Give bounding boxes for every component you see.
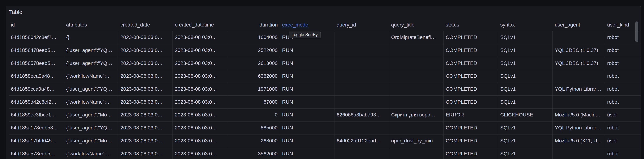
cell-query_title (389, 83, 444, 96)
cell-exec_mode: RUN (280, 147, 334, 159)
cell-syntax: SQLv1 (498, 31, 552, 44)
table-row: 64d1858eca9a48…{"workflowName":…2023-08-… (9, 70, 641, 83)
cell-duration: 6382000 (227, 70, 280, 83)
cell-id: 64d1859d42c8ef2… (9, 96, 64, 108)
cell-user_agent (552, 96, 605, 108)
cell-created_date: 2023-08-08 03:0… (118, 96, 173, 108)
cell-created_date: 2023-08-08 03:0… (118, 44, 173, 57)
cell-created_date: 2023-08-08 03:0… (118, 109, 173, 121)
cell-exec_mode: RUN (280, 135, 334, 147)
cell-query_id (334, 70, 389, 83)
cell-exec_mode: RUN (280, 96, 334, 108)
cell-attributes: {"user_agent":"YQ… (64, 44, 118, 57)
cell-status: COMPLETED (444, 31, 498, 44)
cell-status: ERROR (444, 109, 498, 121)
cell-user_agent (552, 70, 605, 83)
cell-duration: 0 (227, 109, 280, 121)
cell-duration: 1971000 (227, 83, 280, 96)
panel-title[interactable]: Table (9, 9, 22, 15)
cell-created_datetime: 2023-08-08 03:0… (173, 70, 227, 83)
cell-status: COMPLETED (444, 96, 498, 108)
cell-status: COMPLETED (444, 135, 498, 147)
cell-exec_mode: RUN (280, 83, 334, 96)
cell-user_agent: Mozilla/5.0 (Macin… (552, 109, 605, 121)
cell-exec_mode: RUN (280, 109, 334, 121)
cell-created_datetime: 2023-08-08 03:0… (173, 96, 227, 108)
column-header-user_agent[interactable]: user_agent (552, 19, 605, 31)
cell-created_datetime: 2023-08-08 03:0… (173, 147, 227, 159)
cell-user_agent (552, 31, 605, 44)
cell-id: 64d1858578eeb5… (9, 57, 64, 70)
column-header-id[interactable]: id (9, 19, 64, 31)
cell-user_kind: robot (605, 57, 641, 70)
table-row: 64d1859cca9a48…{"user_agent":"YQ…2023-08… (9, 83, 641, 96)
cell-syntax: CLICKHOUSE (498, 109, 552, 121)
cell-query_title (389, 70, 444, 83)
cell-duration: 2522000 (227, 44, 280, 57)
cell-duration: 885000 (227, 122, 280, 134)
cell-status: COMPLETED (444, 44, 498, 57)
cell-status: COMPLETED (444, 83, 498, 96)
column-header-created_date[interactable]: created_date (118, 19, 173, 31)
cell-created_datetime: 2023-08-08 03:0… (173, 109, 227, 121)
cell-syntax: SQLv1 (498, 83, 552, 96)
cell-status: COMPLETED (444, 147, 498, 159)
cell-attributes: {"workflowName":… (64, 96, 118, 108)
cell-created_datetime: 2023-08-08 03:0… (173, 135, 227, 147)
cell-query_title: Скрипт для воро… (389, 109, 444, 121)
cell-user_kind: user (605, 135, 641, 147)
column-header-attributes[interactable]: attributes (64, 19, 118, 31)
cell-id: 64d185a178eeb53… (9, 122, 64, 134)
column-header-query_id[interactable]: query_id (334, 19, 389, 31)
cell-query_id (334, 31, 389, 44)
table-panel: Table idattributescreated_datecreated_da… (6, 6, 641, 159)
cell-syntax: SQLv1 (498, 122, 552, 134)
cell-id: 64d1858042c8ef2… (9, 31, 64, 44)
cell-query_id (334, 57, 389, 70)
column-header-syntax[interactable]: syntax (498, 19, 552, 31)
column-header-created_datetime[interactable]: created_datetime (173, 19, 227, 31)
cell-query_id: 64d022a9122ead… (334, 135, 389, 147)
cell-user_kind: robot (605, 83, 641, 96)
vertical-scrollbar-thumb[interactable] (635, 21, 638, 42)
cell-user_kind: user (605, 109, 641, 121)
cell-id: 64d1859ec3fbce1… (9, 109, 64, 121)
cell-id: 64d1858478eeb5… (9, 44, 64, 57)
table-row: 64d185a178eeb53…{"user_agent":"YQ…2023-0… (9, 122, 641, 135)
cell-created_date: 2023-08-08 03:0… (118, 135, 173, 147)
cell-attributes: {"workflowName":… (64, 147, 118, 159)
column-header-status[interactable]: status (444, 19, 498, 31)
cell-syntax: SQLv1 (498, 96, 552, 108)
cell-created_date: 2023-08-08 03:0… (118, 122, 173, 134)
column-header-query_title[interactable]: query_title (389, 19, 444, 31)
cell-user_agent: YQL JDBC (1.0.37) (552, 57, 605, 70)
cell-query_title (389, 122, 444, 134)
column-header-duration[interactable]: duration (227, 19, 280, 31)
cell-attributes: {} (64, 31, 118, 44)
cell-created_datetime: 2023-08-08 03:0… (173, 44, 227, 57)
cell-created_datetime: 2023-08-08 03:0… (173, 31, 227, 44)
table-row: 64d185a17bfd045…{"user_agent":"Mo…2023-0… (9, 135, 641, 148)
cell-query_title (389, 57, 444, 70)
cell-created_datetime: 2023-08-08 03:0… (173, 83, 227, 96)
cell-exec_mode: RUN (280, 44, 334, 57)
cell-created_datetime: 2023-08-08 03:0… (173, 122, 227, 134)
column-header-exec_mode[interactable]: exec_mode (280, 19, 334, 31)
cell-query_id (334, 122, 389, 134)
cell-exec_mode: RUN (280, 122, 334, 134)
cell-attributes: {"workflowName":… (64, 70, 118, 83)
cell-query_title (389, 96, 444, 108)
cell-query_title (389, 147, 444, 159)
table-body: 64d1858042c8ef2…{}2023-08-08 03:0…2023-0… (9, 31, 641, 159)
cell-attributes: {"user_agent":"YQ… (64, 57, 118, 70)
cell-duration: 268000 (227, 135, 280, 147)
cell-user_agent: YQL Python Librar… (552, 83, 605, 96)
cell-user_agent: YQL JDBC (1.0.37) (552, 44, 605, 57)
cell-status: COMPLETED (444, 70, 498, 83)
toggle-sortby-tooltip-text: Toggle SortBy (292, 32, 318, 37)
cell-query_id (334, 147, 389, 159)
cell-created_date: 2023-08-08 03:0… (118, 57, 173, 70)
cell-duration: 3562000 (227, 147, 280, 159)
cell-attributes: {"user_agent":"YQ… (64, 83, 118, 96)
table-header-row: idattributescreated_datecreated_datetime… (9, 19, 641, 31)
